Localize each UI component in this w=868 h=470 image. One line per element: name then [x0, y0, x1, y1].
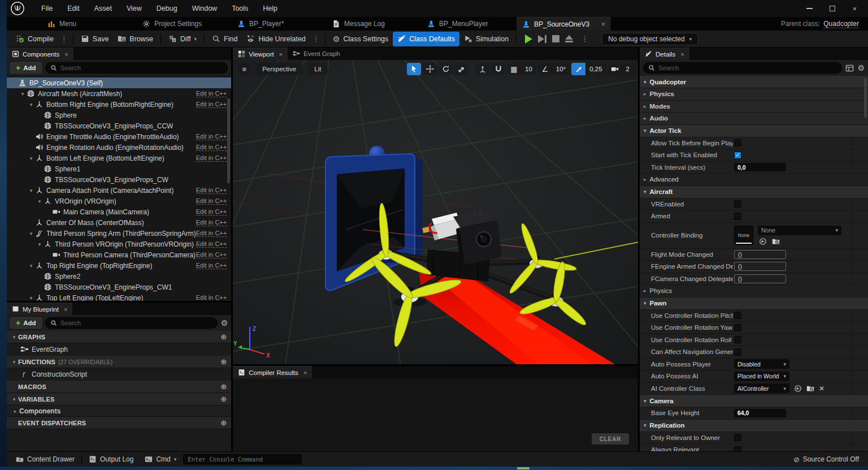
expander-icon[interactable]: ▾ — [10, 396, 18, 402]
expander-icon[interactable]: ▾ — [10, 334, 18, 340]
expander-icon[interactable]: ▾ — [27, 263, 35, 269]
section-header-functions[interactable]: ▾FUNCTIONS(27 OVERRIDABLE)⊕ — [7, 356, 231, 368]
components-search-input[interactable] — [60, 64, 223, 71]
close-tab-icon[interactable]: × — [601, 20, 605, 28]
component-row[interactable]: Main Camera (MainCamera)Edit in C++ — [7, 206, 231, 217]
parent-class-link[interactable]: Quadcopter — [823, 20, 859, 28]
expander-icon[interactable]: ▾ — [10, 359, 18, 365]
expander-icon[interactable]: ▾ — [644, 422, 646, 428]
details-search-input[interactable] — [658, 64, 837, 71]
details-category-modes[interactable]: ▸Modes — [640, 101, 868, 113]
clear-button[interactable]: CLEAR — [592, 433, 629, 445]
asset-tab-message-log[interactable]: Message Log — [327, 17, 422, 31]
edit-in-cpp-link[interactable]: Edit in C++ — [196, 144, 227, 151]
component-row[interactable]: ▾Bottom Right Engine (BottomRightEngine)… — [7, 99, 231, 110]
close-tab-icon[interactable]: × — [303, 369, 307, 376]
class-defaults-button[interactable]: Class Defaults — [393, 32, 459, 46]
menu-help[interactable]: Help — [255, 2, 285, 15]
edit-in-cpp-link[interactable]: Edit in C++ — [196, 101, 227, 108]
find-button[interactable]: Find — [207, 32, 242, 46]
hide-unrelated-button[interactable]: Hide Unrelated — [242, 32, 310, 46]
tab-details[interactable]: Details × — [640, 48, 689, 60]
edit-in-cpp-link[interactable]: Edit in C++ — [196, 187, 227, 194]
display-filter-icon[interactable] — [845, 64, 854, 72]
checkbox[interactable] — [734, 324, 741, 331]
section-header-graphs[interactable]: ▾GRAPHS⊕ — [7, 331, 231, 343]
grid-snap-button[interactable]: ▦ — [507, 63, 521, 75]
edit-in-cpp-link[interactable]: Edit in C++ — [196, 230, 227, 237]
component-row[interactable]: ▾Third Person Spring Arm (ThirdPersonSpr… — [7, 228, 231, 239]
tab-components[interactable]: Components × — [7, 48, 73, 60]
rotate-tool-button[interactable] — [439, 63, 453, 75]
components-search[interactable] — [45, 62, 228, 74]
stop-icon[interactable] — [552, 35, 559, 42]
expander-icon[interactable]: ▾ — [644, 300, 646, 306]
expander-icon[interactable]: ▸ — [644, 104, 646, 109]
save-button[interactable]: Save — [76, 32, 114, 46]
grid-snap-value[interactable]: 10 — [521, 63, 536, 75]
edit-in-cpp-link[interactable]: Edit in C++ — [196, 251, 227, 258]
expander-icon[interactable]: ▾ — [27, 231, 35, 236]
expander-icon[interactable]: ▸ — [644, 176, 646, 182]
edit-in-cpp-link[interactable]: Edit in C++ — [196, 154, 227, 162]
component-row[interactable]: TBSSourceOneV3_EngineProps_CCW — [7, 120, 231, 131]
perspective-dropdown[interactable]: Perspective — [255, 63, 303, 75]
restore-icon[interactable] — [830, 6, 835, 11]
eject-icon[interactable] — [565, 35, 573, 42]
class-settings-button[interactable]: ⚙ Class Settings — [328, 32, 393, 46]
edit-in-cpp-link[interactable]: Edit in C++ — [196, 133, 227, 140]
asset-tab-project-settings[interactable]: Project Settings — [137, 17, 232, 31]
details-category-advanced[interactable]: ▸Advanced — [640, 174, 868, 186]
expander-icon[interactable]: ▾ — [644, 398, 646, 404]
edit-in-cpp-link[interactable]: Edit in C++ — [196, 90, 227, 97]
asset-tab-bp-sourceonev3[interactable]: BP_SourceOneV3× — [517, 17, 611, 31]
tab-my-blueprint[interactable]: My Blueprint × — [7, 303, 72, 315]
component-row[interactable]: ▾Bottom Left Engine (BottomLeftEngine)Ed… — [7, 153, 231, 163]
camera-speed-button[interactable] — [608, 63, 622, 75]
viewport-menu-icon[interactable]: ≡ — [237, 63, 251, 75]
expander-icon[interactable]: ▸ — [644, 288, 646, 294]
compile-button[interactable]: Compile — [11, 32, 58, 46]
details-category-actor-tick[interactable]: ▾Actor Tick — [640, 125, 868, 137]
details-category-aircraft[interactable]: ▾Aircraft — [640, 186, 868, 199]
menu-window[interactable]: Window — [185, 2, 224, 15]
close-tab-icon[interactable]: × — [279, 51, 283, 58]
component-row[interactable]: ▾Aircraft Mesh (AircraftMesh)Edit in C++ — [7, 88, 231, 99]
output-log-button[interactable]: Output Log — [84, 452, 138, 467]
menu-tools[interactable]: Tools — [224, 2, 255, 15]
expander-icon[interactable]: ▾ — [36, 199, 44, 204]
edit-in-cpp-link[interactable]: Edit in C++ — [196, 208, 227, 215]
close-tab-icon[interactable]: × — [680, 51, 684, 58]
details-category-quadcopter[interactable]: ▾Quadcopter — [640, 76, 868, 88]
details-category-pawn[interactable]: ▾Pawn — [640, 297, 868, 310]
checkbox[interactable] — [734, 434, 741, 441]
section-header-macros[interactable]: MACROS⊕ — [7, 381, 231, 393]
debug-object-dropdown[interactable]: No debug object selected ▾ — [602, 33, 698, 45]
add-section-item-icon[interactable]: ⊕ — [220, 357, 227, 366]
coordinate-system-button[interactable] — [475, 63, 489, 75]
expander-icon[interactable]: ▾ — [27, 295, 35, 301]
details-search[interactable] — [643, 62, 842, 74]
value-input[interactable]: 64,0 — [734, 409, 786, 417]
edit-in-cpp-link[interactable]: Edit in C++ — [196, 219, 227, 226]
asset-tab-bp-menuplayer[interactable]: BP_MenuPlayer — [422, 17, 517, 31]
dropdown[interactable]: Placed in World▾ — [734, 372, 789, 381]
cmd-button[interactable]: Cmd ▾ — [140, 452, 181, 467]
delegate-box[interactable]: () — [734, 262, 786, 271]
list-item-constructionscript[interactable]: fConstructionScript — [7, 368, 231, 381]
add-section-item-icon[interactable]: ⊕ — [220, 333, 227, 341]
list-item-eventgraph[interactable]: EventGraph — [7, 343, 231, 356]
play-options-icon[interactable]: ⋮ — [579, 35, 591, 43]
select-tool-button[interactable] — [407, 63, 421, 75]
expander-icon[interactable]: ▾ — [644, 128, 646, 133]
minimize-icon[interactable] — [806, 8, 813, 9]
component-row[interactable]: TBSSourceOneV3_EngineProps_CW1 — [7, 282, 231, 292]
menu-edit[interactable]: Edit — [60, 2, 87, 15]
asset-dropdown[interactable]: None▾ — [758, 226, 841, 235]
tab-compiler-results[interactable]: Compiler Results × — [233, 366, 312, 378]
edit-in-cpp-link[interactable]: Edit in C++ — [196, 240, 227, 248]
expander-icon[interactable]: ▾ — [644, 79, 646, 85]
add-component-button[interactable]: + Add — [10, 62, 42, 74]
component-row[interactable]: ▾Third Person VROrigin (ThirdPersonVROri… — [7, 239, 231, 249]
menu-asset[interactable]: Asset — [87, 2, 119, 15]
